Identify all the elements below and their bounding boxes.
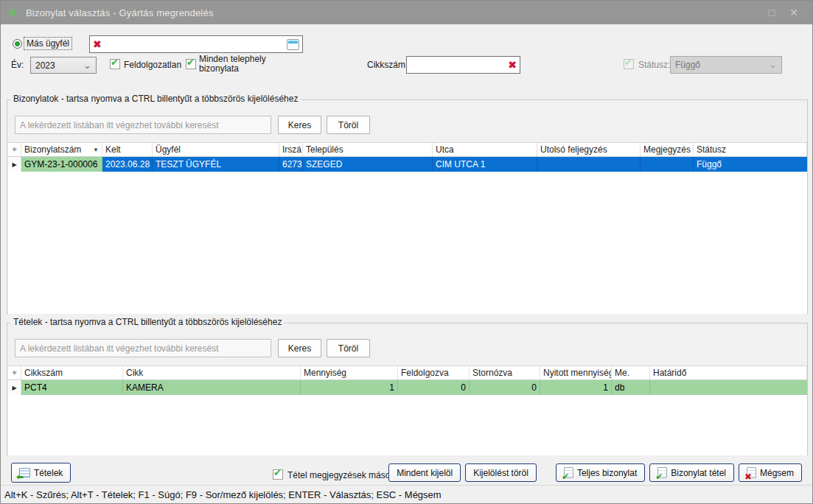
cell-cikkszam[interactable]: PCT4 [21,380,123,395]
cancel-label: Mégsem [760,468,794,478]
cell-megjegyzes[interactable] [641,157,694,172]
window-title: Bizonylat választás - Gyártás megrendelé… [26,7,761,18]
items-list-icon: ⬅ [19,468,30,477]
cell-kelt[interactable]: 2023.06.28 [102,157,153,172]
ev-label: Év: [11,60,24,70]
cikkszam-label: Cikkszám: [367,60,408,70]
column-header-ugyfel[interactable]: Ügyfél [153,143,279,156]
cell-utolso-feljegyzes[interactable] [537,157,641,172]
bizonylatok-keres-button[interactable]: Keres [278,116,321,134]
tetelek-grid: ✳ Cikkszám Cikk Mennyiség Feldolgozva St… [8,365,807,455]
lookup-icon[interactable] [287,39,299,50]
bizonylatok-search-input[interactable] [15,116,271,134]
column-header-statusz[interactable]: Státusz [694,143,807,156]
column-header-utolso-feljegyzes[interactable]: Utolsó feljegyzés [537,143,641,156]
cell-bizonylatszam[interactable]: GYM-23-1-000006 [21,157,102,172]
column-header-irsza[interactable]: Irszá [279,143,303,156]
bizonylatok-torol-button[interactable]: Töröl [327,116,370,134]
mas-ugyfel-radio[interactable] [13,39,22,49]
customer-search-field[interactable]: ✖ [89,35,303,53]
column-header-label: Bizonylatszám [24,144,81,155]
feldolgozatlan-checkbox[interactable]: ✔ [110,59,120,69]
clear-selection-button[interactable]: Kijelölést töröl [465,463,537,482]
column-header-mennyiseg[interactable]: Mennyiség [301,366,398,379]
table-row[interactable]: ▶ PCT4 KAMERA 1 0 0 1 db [8,380,807,395]
mas-ugyfel-label[interactable]: Más ügyfél [24,37,72,50]
cell-irsza[interactable]: 6273 [279,157,303,172]
column-header-utca[interactable]: Utca [433,143,537,156]
full-document-label: Teljes bizonylat [577,468,637,478]
full-document-button[interactable]: ✔ Teljes bizonylat [556,463,645,482]
column-header-stornozva[interactable]: Stornózva [470,366,540,379]
feldolgozatlan-label[interactable]: Feldolgozatlan [124,60,181,70]
copy-notes-checkbox[interactable]: ✔ [273,469,283,480]
document-check-icon: ✔ [657,467,667,478]
maximize-button[interactable]: □ [761,7,783,18]
cikkszam-field[interactable]: ✖ [406,56,520,74]
document-cancel-icon: ✖ [747,467,756,478]
tetelek-search-input[interactable] [15,339,271,357]
app-icon: ❋ [8,7,21,18]
clear-customer-icon[interactable]: ✖ [93,39,102,49]
column-header-cikkszam[interactable]: Cikkszám [21,366,123,379]
column-header-me[interactable]: Me. [612,366,650,379]
ev-select[interactable]: 2023 ⌄ [30,57,97,74]
title-bar[interactable]: ❋ Bizonylat választás - Gyártás megrende… [1,1,812,24]
x-icon: ✖ [744,472,752,481]
cell-me[interactable]: db [612,380,650,395]
close-button[interactable]: ✕ [783,7,805,18]
table-row[interactable]: ▶ GYM-23-1-000006 2023.06.28 TESZT ÜGYFÉ… [8,157,807,172]
sort-desc-icon: ▼ [90,147,99,153]
tetelek-keres-button[interactable]: Keres [278,339,321,357]
check-icon: ✔ [562,472,569,481]
column-header-telepules[interactable]: Település [303,143,433,156]
cell-stornozva[interactable]: 0 [470,380,540,395]
minden-telephely-checkbox[interactable]: ✔ [186,59,196,69]
tetelek-group: Tételek - tartsa nyomva a CTRL billentyű… [7,323,808,455]
shortcut-help-text: Alt+K - Szűrés; Alt+T - Tételek; F1 - Sú… [4,489,442,500]
tetelek-group-title: Tételek - tartsa nyomva a CTRL billentyű… [10,317,285,327]
column-header-bizonylatszam[interactable]: Bizonylatszám ▼ [21,143,102,156]
bizonylatok-group: Bizonylatok - tartsa nyomva a CTRL bille… [7,99,808,314]
select-all-button[interactable]: Mindent kijelöl [388,463,461,482]
lookup-icon-titlebar [288,41,298,43]
tetelek-torol-button[interactable]: Töröl [327,339,370,357]
document-item-button[interactable]: ✔ Bizonylat tétel [649,463,734,482]
clear-cikkszam-icon[interactable]: ✖ [508,60,517,70]
customer-input[interactable] [102,36,287,52]
row-indicator-icon: ▶ [12,161,16,168]
cancel-button[interactable]: ✖ Mégsem [739,463,802,482]
dialog-window: ❋ Bizonylat választás - Gyártás megrende… [0,0,813,504]
cell-ugyfel[interactable]: TESZT ÜGYFÉL [153,157,279,172]
column-header-feldolgozva[interactable]: Feldolgozva [398,366,470,379]
cell-hatarido[interactable] [650,380,807,395]
column-header-kelt[interactable]: Kelt [102,143,153,156]
select-all-column-header[interactable]: ✳ [8,143,21,156]
cell-utca[interactable]: CIM UTCA 1 [433,157,537,172]
cell-mennyiseg[interactable]: 1 [301,380,398,395]
bizonylatok-grid-header: ✳ Bizonylatszám ▼ Kelt Ügyfél Irszá Tele… [8,143,807,157]
statusz-value: Függő [675,60,700,70]
cell-telepules[interactable]: SZEGED [303,157,433,172]
column-header-megjegyzes[interactable]: Megjegyzés [641,143,694,156]
minden-telephely-label[interactable]: Minden telephely bizonylata [199,55,282,74]
cell-statusz[interactable]: Függő [694,157,807,172]
statusz-checkbox: ✔ [624,59,634,69]
check-icon: ✔ [655,472,663,481]
cell-feldolgozva[interactable]: 0 [398,380,470,395]
tetelek-button[interactable]: ⬅ Tételek [11,463,71,483]
footer-actions: Mindent kijelöl Kijelölést töröl ✔ Telje… [388,463,802,482]
cikkszam-input[interactable] [410,57,508,73]
arrow-left-icon: ⬅ [16,472,24,481]
cell-cikk[interactable]: KAMERA [123,380,301,395]
column-header-nyitott-mennyiseg[interactable]: Nyitott mennyiség [540,366,612,379]
check-icon: ✔ [111,57,119,68]
column-header-cikk[interactable]: Cikk [123,366,301,379]
ev-value: 2023 [35,60,55,71]
status-bar: Alt+K - Szűrés; Alt+T - Tételek; F1 - Sú… [1,485,812,503]
statusz-label: Státusz: [638,60,670,70]
check-icon: ✔ [624,57,632,68]
cell-nyitott-mennyiseg[interactable]: 1 [540,380,612,395]
column-header-hatarido[interactable]: Határidő [650,366,807,379]
select-all-column-header[interactable]: ✳ [8,366,21,379]
